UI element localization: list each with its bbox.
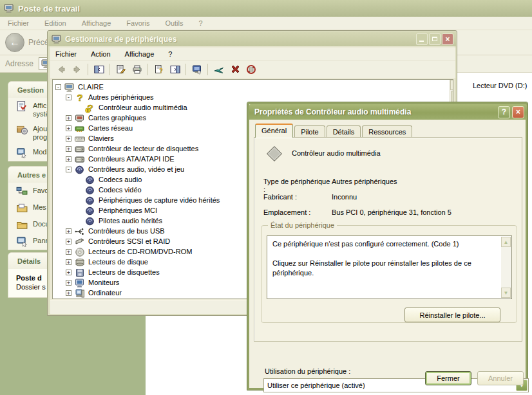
- device-manager-toolbar: ?: [50, 60, 455, 78]
- cdrom-icon: [75, 247, 85, 257]
- keyboard-icon: [75, 134, 85, 143]
- uninstall-device-icon[interactable]: [227, 62, 242, 77]
- show-console-tree-icon[interactable]: [91, 62, 106, 77]
- task-link-label: Ajouprog: [33, 124, 47, 142]
- computer-device-icon: [75, 288, 85, 298]
- back-button[interactable]: ←: [5, 33, 24, 52]
- dm-menu-affichage[interactable]: Affichage: [120, 49, 160, 59]
- scan-hardware-changes-icon[interactable]: [211, 62, 226, 77]
- monitor-icon: [75, 278, 85, 288]
- file-list-item-dvd-drive[interactable]: Lecteur DVD (D:): [473, 82, 527, 89]
- info-row-fabricant: Fabricant :Inconnu: [263, 193, 515, 203]
- properties-icon[interactable]: [113, 62, 128, 77]
- status-text-line: Ce périphérique n'est pas configuré corr…: [272, 239, 499, 249]
- tree-item-label: Pilotes audio hérités: [99, 217, 162, 225]
- tree-item-label: Codecs vidéo: [99, 186, 142, 194]
- sound-device-icon: [85, 185, 95, 195]
- dm-menu-action[interactable]: Action: [86, 49, 116, 59]
- tab-details[interactable]: Détails: [327, 125, 361, 138]
- tree-expander-plus[interactable]: +: [66, 270, 71, 275]
- info-value: Autres périphériques: [332, 178, 515, 188]
- sound-device-icon: [85, 196, 95, 205]
- info-label: Type de périphérique :: [263, 178, 332, 188]
- tree-item-label: Périphériques MCI: [99, 207, 157, 214]
- tree-expander-plus[interactable]: +: [66, 259, 71, 265]
- tree-expander-minus[interactable]: -: [66, 167, 71, 172]
- tab-ressources[interactable]: Ressources: [362, 125, 412, 138]
- general-tab-panel: Contrôleur audio multimédia Type de péri…: [254, 137, 522, 342]
- maximize-icon: [432, 37, 437, 41]
- tree-item-label: Périphériques de capture vidéo hérités: [99, 196, 220, 204]
- tree-expander-plus[interactable]: +: [66, 146, 71, 152]
- tree-expander-minus[interactable]: -: [66, 95, 71, 100]
- tab-general[interactable]: Général: [255, 124, 293, 138]
- tree-expander-plus[interactable]: +: [66, 125, 71, 131]
- info-value: Bus PCI 0, périphérique 31, fonction 5: [332, 208, 515, 219]
- device-manager-menubar: FichierActionAffichage?: [50, 48, 455, 60]
- info-value: Inconnu: [332, 193, 515, 203]
- tree-item-label: CLAIRE: [78, 83, 104, 91]
- tree-expander-plus[interactable]: +: [66, 115, 71, 121]
- scroll-up-icon[interactable]: ▲: [450, 80, 453, 90]
- base-menu-edition[interactable]: Edition: [42, 18, 74, 28]
- tree-item[interactable]: -CLAIRE: [53, 82, 453, 92]
- base-menu-help[interactable]: ?: [196, 18, 211, 28]
- tree-item-label: Moniteurs: [88, 279, 119, 286]
- forward-arrow-icon[interactable]: [70, 62, 84, 77]
- maximize-button[interactable]: [429, 33, 441, 45]
- tree-item-label: Contrôleurs audio, vidéo et jeu: [88, 165, 184, 173]
- show-action-pane-icon[interactable]: [167, 62, 182, 77]
- display-adapter-icon: [75, 113, 85, 123]
- base-window-titlebar: Poste de travail: [0, 0, 532, 17]
- dm-menu-fichier[interactable]: Fichier: [50, 49, 82, 59]
- tree-expander-minus[interactable]: -: [55, 84, 61, 90]
- shared-documents-icon: [16, 219, 28, 230]
- tree-expander-plus[interactable]: +: [66, 280, 71, 286]
- system-info-icon: [16, 100, 28, 112]
- toolbar-separator: [207, 64, 208, 75]
- base-menu-favoris[interactable]: Favoris: [124, 18, 157, 28]
- device-status-text: ▲ ▼ Ce périphérique n'est pas configuré …: [267, 235, 512, 299]
- tree-item-label: Lecteurs de disquettes: [88, 268, 160, 276]
- reinstall-driver-button[interactable]: Réinstaller le pilote...: [404, 308, 500, 322]
- dm-menu-help[interactable]: ?: [163, 49, 177, 59]
- back-arrow-icon[interactable]: [53, 62, 68, 77]
- minimize-button[interactable]: [416, 33, 428, 45]
- sound-device-icon: [85, 206, 95, 216]
- change-setting-icon: [16, 147, 28, 158]
- base-menu-fichier[interactable]: Fichier: [5, 18, 37, 28]
- tree-expander-plus[interactable]: +: [66, 249, 71, 255]
- sound-device-icon: [85, 175, 95, 185]
- status-scrollbar[interactable]: ▲ ▼: [501, 237, 511, 298]
- disable-device-icon[interactable]: [243, 62, 258, 77]
- base-window-menubar: FichierEditionAffichageFavorisOutils?: [0, 17, 532, 30]
- close-button[interactable]: ×: [442, 33, 453, 45]
- device-status-legend: État du périphérique: [268, 221, 337, 229]
- update-driver-icon[interactable]: [189, 62, 204, 77]
- tree-expander-plus[interactable]: +: [66, 239, 71, 244]
- help-button[interactable]: ?: [498, 106, 510, 118]
- tree-expander-plus[interactable]: +: [66, 290, 71, 296]
- desktop: Poste de travail FichierEditionAffichage…: [0, 0, 532, 395]
- controller-icon: [75, 144, 85, 154]
- base-menu-affichage[interactable]: Affichage: [79, 18, 119, 28]
- tree-expander-plus[interactable]: +: [66, 136, 71, 142]
- tree-item-label: Cartes graphiques: [88, 114, 146, 122]
- minimize-icon: [419, 41, 424, 42]
- tree-expander-plus[interactable]: +: [66, 228, 71, 234]
- close-button[interactable]: ×: [512, 106, 524, 118]
- tree-item-label: Ordinateur: [88, 289, 122, 297]
- base-menu-outils[interactable]: Outils: [162, 18, 191, 28]
- info-label: Fabricant :: [263, 193, 332, 203]
- tree-expander-plus[interactable]: +: [66, 156, 71, 162]
- scroll-up-icon[interactable]: ▲: [501, 237, 511, 247]
- tree-item[interactable]: -?Autres périphériques: [53, 92, 453, 102]
- help-icon[interactable]: ?: [151, 62, 166, 77]
- svg-text:!: !: [87, 108, 88, 113]
- device-status-groupbox: État du périphérique ▲ ▼ Ce périphérique…: [261, 225, 517, 323]
- cancel-button: Annuler: [477, 371, 524, 385]
- close-button[interactable]: Fermer: [425, 371, 471, 385]
- tab-pilote[interactable]: Pilote: [294, 125, 325, 138]
- print-icon[interactable]: [129, 62, 144, 77]
- scroll-down-icon[interactable]: ▼: [501, 288, 511, 298]
